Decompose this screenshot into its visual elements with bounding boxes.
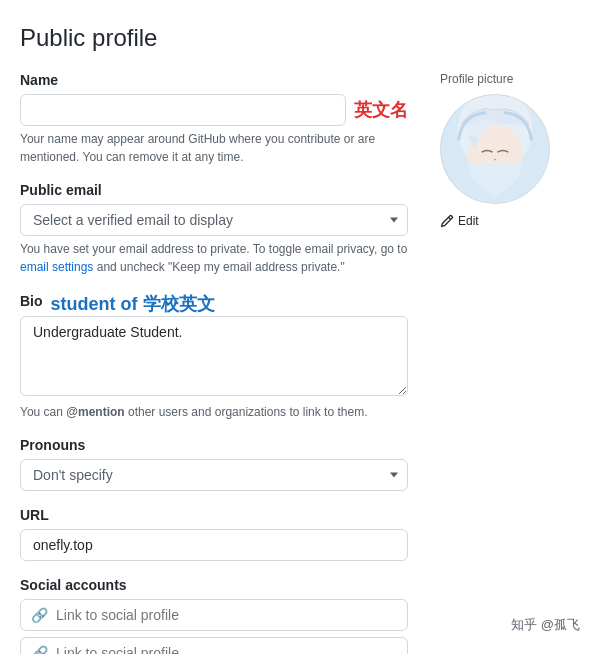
email-label: Public email: [20, 182, 408, 198]
profile-sidebar: Profile picture: [440, 72, 580, 654]
name-label: Name: [20, 72, 408, 88]
email-select[interactable]: Select a verified email to display: [20, 204, 408, 236]
pronouns-select[interactable]: Don't specify they/them she/her he/him: [20, 459, 408, 491]
pronouns-select-wrapper: Don't specify they/them she/her he/him: [20, 459, 408, 491]
email-select-wrapper: Select a verified email to display: [20, 204, 408, 236]
email-settings-link[interactable]: email settings: [20, 260, 93, 274]
name-hint: Your name may appear around GitHub where…: [20, 130, 408, 166]
profile-picture-label: Profile picture: [440, 72, 580, 86]
bio-mention: @mention: [66, 405, 124, 419]
watermark: 知乎 @孤飞: [511, 616, 580, 634]
link-icon-2: 🔗: [31, 645, 48, 654]
email-field-group: Public email Select a verified email to …: [20, 182, 408, 276]
avatar-svg: [441, 94, 549, 204]
link-icon-1: 🔗: [31, 607, 48, 623]
email-hint: You have set your email address to priva…: [20, 240, 408, 276]
url-input[interactable]: [20, 529, 408, 561]
avatar: [440, 94, 550, 204]
url-label: URL: [20, 507, 408, 523]
bio-annotation: student of 学校英文: [51, 292, 215, 316]
name-field-group: Name 英文名 Your name may appear around Git…: [20, 72, 408, 166]
social-input-row-1: 🔗: [20, 599, 408, 631]
bio-hint: You can @mention other users and organiz…: [20, 403, 408, 421]
bio-label: Bio: [20, 293, 43, 309]
pronouns-label: Pronouns: [20, 437, 408, 453]
edit-label: Edit: [458, 214, 479, 228]
pencil-icon: [440, 214, 454, 228]
edit-avatar-button[interactable]: Edit: [440, 212, 479, 230]
pronouns-field-group: Pronouns Don't specify they/them she/her…: [20, 437, 408, 491]
social-accounts-field-group: Social accounts 🔗 🔗 🔗 🔗: [20, 577, 408, 654]
avatar-container: [440, 94, 550, 204]
bio-textarea[interactable]: Undergraduate Student.: [20, 316, 408, 396]
page-title: Public profile: [20, 24, 580, 52]
social-input-2[interactable]: [56, 639, 397, 654]
bio-field-group: Bio student of 学校英文 Undergraduate Studen…: [20, 292, 408, 421]
url-field-group: URL: [20, 507, 408, 561]
social-accounts-label: Social accounts: [20, 577, 408, 593]
social-input-row-2: 🔗: [20, 637, 408, 654]
social-input-1[interactable]: [56, 601, 397, 629]
name-input[interactable]: [20, 94, 346, 126]
name-annotation: 英文名: [354, 98, 408, 122]
